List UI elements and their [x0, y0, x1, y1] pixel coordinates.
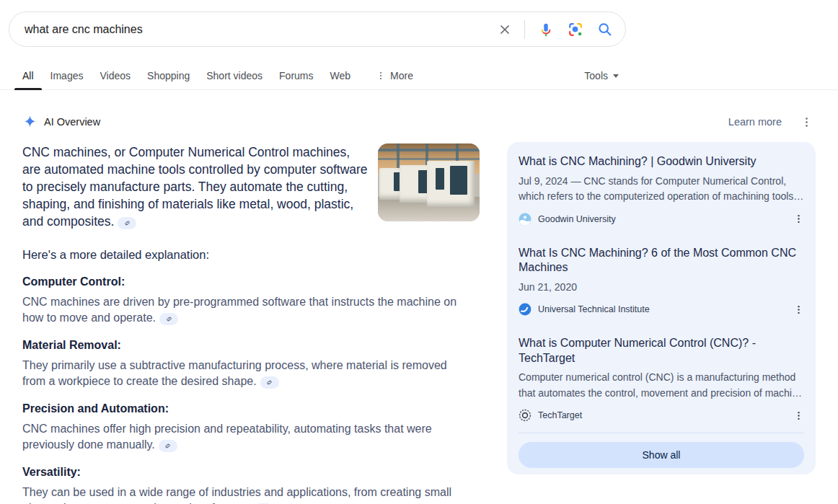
- link-icon: [165, 315, 173, 323]
- result-source: Universal Technical Institute: [538, 304, 650, 314]
- link-icon: [265, 379, 273, 386]
- panel-divider: [519, 433, 804, 433]
- tools-label: Tools: [584, 70, 608, 81]
- ai-intro-text: CNC machines, or Computer Numerical Cont…: [22, 145, 368, 229]
- ai-overview-label: AI Overview: [44, 116, 100, 128]
- tab-more[interactable]: More: [374, 63, 415, 90]
- techtarget-favicon: [519, 409, 532, 422]
- learn-more-link[interactable]: Learn more: [728, 116, 782, 128]
- cnc-machines-photo[interactable]: [378, 143, 480, 221]
- tab-forums[interactable]: Forums: [277, 63, 315, 90]
- source-link-chip[interactable]: [118, 217, 136, 229]
- section-body: They primarily use a subtractive manufac…: [22, 359, 447, 387]
- result-source: Goodwin University: [538, 214, 616, 224]
- search-input[interactable]: [25, 23, 496, 36]
- result-date: Jun 21, 2020: [519, 280, 804, 296]
- section-heading: Precision and Automation:: [22, 402, 480, 416]
- universal-technical-institute-favicon: [519, 303, 532, 316]
- section-body: CNC machines offer high precision and re…: [22, 423, 432, 451]
- section-heading: Versatility:: [22, 465, 480, 479]
- result-title[interactable]: What is CNC Machining? | Goodwin Univers…: [519, 154, 804, 169]
- result-menu-button[interactable]: [793, 410, 804, 421]
- source-link-chip[interactable]: [159, 313, 178, 325]
- ai-overview-header: AI Overview Learn more: [22, 112, 813, 131]
- more-label: More: [390, 70, 413, 81]
- google-lens-icon[interactable]: [567, 21, 584, 38]
- show-all-button[interactable]: Show all: [519, 442, 804, 468]
- search-bar-divider: [524, 20, 525, 39]
- result-menu-button[interactable]: [793, 304, 804, 315]
- kebab-menu-icon: [793, 304, 804, 315]
- result-card-uti[interactable]: What Is CNC Machining? 6 of the Most Com…: [507, 235, 816, 326]
- link-icon: [123, 219, 131, 227]
- detail-heading: Here's a more detailed explanation:: [22, 247, 480, 262]
- tab-videos[interactable]: Videos: [97, 63, 133, 90]
- section-heading: Computer Control:: [22, 275, 480, 289]
- tab-web[interactable]: Web: [328, 63, 353, 90]
- microphone-icon[interactable]: [537, 21, 555, 38]
- clear-search-icon[interactable]: [496, 21, 513, 38]
- section-precision-automation: Precision and Automation: CNC machines o…: [22, 402, 480, 453]
- result-snippet: Jul 9, 2024 — CNC stands for Computer Nu…: [519, 174, 804, 205]
- tab-all[interactable]: All: [20, 63, 36, 90]
- ai-sparkle-icon: [22, 115, 38, 130]
- kebab-menu-icon: [793, 213, 804, 224]
- tab-shopping[interactable]: Shopping: [145, 63, 192, 90]
- section-body: They can be used in a wide range of indu…: [22, 486, 451, 504]
- section-material-removal: Material Removal: They primarily use a s…: [22, 338, 480, 389]
- result-menu-button[interactable]: [793, 213, 804, 224]
- ai-overview-content: CNC machines, or Computer Numerical Cont…: [22, 143, 480, 504]
- goodwin-university-favicon: [519, 213, 532, 226]
- section-computer-control: Computer Control: CNC machines are drive…: [22, 275, 480, 326]
- section-versatility: Versatility: They can be used in a wide …: [22, 465, 480, 504]
- section-body: CNC machines are driven by pre-programme…: [22, 296, 457, 324]
- result-source: TechTarget: [538, 410, 582, 420]
- ai-overview-menu-button[interactable]: [800, 116, 813, 128]
- source-link-chip[interactable]: [159, 440, 177, 452]
- link-icon: [164, 442, 172, 450]
- ai-intro-paragraph: CNC machines, or Computer Numerical Cont…: [22, 143, 370, 230]
- google-search-results-page: All Images Videos Shopping Short videos …: [0, 0, 838, 504]
- search-icon[interactable]: [596, 21, 614, 38]
- result-title[interactable]: What Is CNC Machining? 6 of the Most Com…: [519, 246, 804, 275]
- result-card-techtarget[interactable]: What is Computer Numerical Control (CNC)…: [507, 325, 816, 431]
- result-snippet: Computer numerical control (CNC) is a ma…: [519, 370, 804, 401]
- tools-button[interactable]: Tools: [584, 70, 619, 81]
- kebab-menu-icon: [793, 410, 804, 421]
- source-link-chip[interactable]: [260, 376, 279, 389]
- chevron-down-icon: [613, 74, 619, 78]
- result-title[interactable]: What is Computer Numerical Control (CNC)…: [519, 336, 804, 366]
- section-heading: Material Removal:: [22, 338, 480, 353]
- tab-short-videos[interactable]: Short videos: [204, 63, 265, 90]
- search-bar: [9, 12, 626, 47]
- related-sources-panel: What is CNC Machining? | Goodwin Univers…: [507, 142, 816, 474]
- kebab-menu-icon: [800, 116, 813, 128]
- tab-images[interactable]: Images: [48, 63, 86, 90]
- result-card-goodwin[interactable]: What is CNC Machining? | Goodwin Univers…: [507, 143, 816, 235]
- results-nav: All Images Videos Shopping Short videos …: [0, 63, 838, 90]
- more-dots-icon: [376, 71, 386, 81]
